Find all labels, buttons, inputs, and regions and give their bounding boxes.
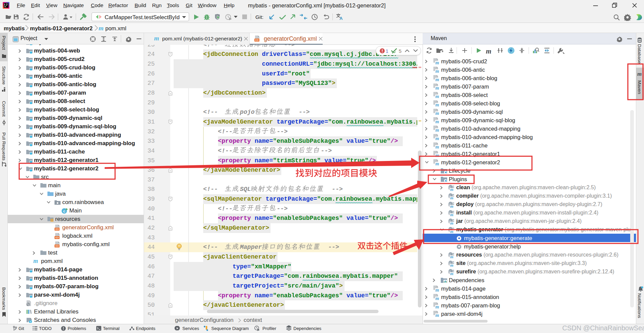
- svg-text:m: m: [435, 69, 439, 73]
- svg-text:m: m: [435, 153, 439, 158]
- svg-text:m: m: [450, 187, 454, 191]
- svg-text:c: c: [63, 209, 66, 213]
- svg-text:m: m: [435, 161, 439, 166]
- svg-text:m: m: [450, 212, 454, 217]
- svg-text:m: m: [435, 77, 439, 82]
- svg-text:m: m: [435, 111, 439, 115]
- svg-text:m: m: [435, 144, 439, 149]
- svg-text:m: m: [450, 229, 454, 233]
- svg-text:m: m: [435, 128, 439, 132]
- svg-text:m: m: [450, 255, 454, 259]
- svg-text:m: m: [450, 204, 454, 208]
- svg-text:m: m: [450, 221, 454, 225]
- svg-text:m: m: [435, 60, 439, 65]
- svg-text:m: m: [435, 102, 439, 107]
- svg-text:m: m: [450, 196, 454, 200]
- svg-text:m: m: [450, 263, 454, 267]
- svg-text:m: m: [435, 94, 439, 99]
- svg-text:m: m: [435, 313, 439, 318]
- svg-text:m: m: [450, 271, 454, 275]
- svg-text:m: m: [435, 288, 439, 292]
- svg-text:m: m: [435, 86, 439, 90]
- svg-text:m: m: [435, 304, 439, 309]
- svg-text:m: m: [435, 296, 439, 301]
- svg-text:m: m: [435, 136, 439, 141]
- svg-text:m: m: [435, 119, 439, 124]
